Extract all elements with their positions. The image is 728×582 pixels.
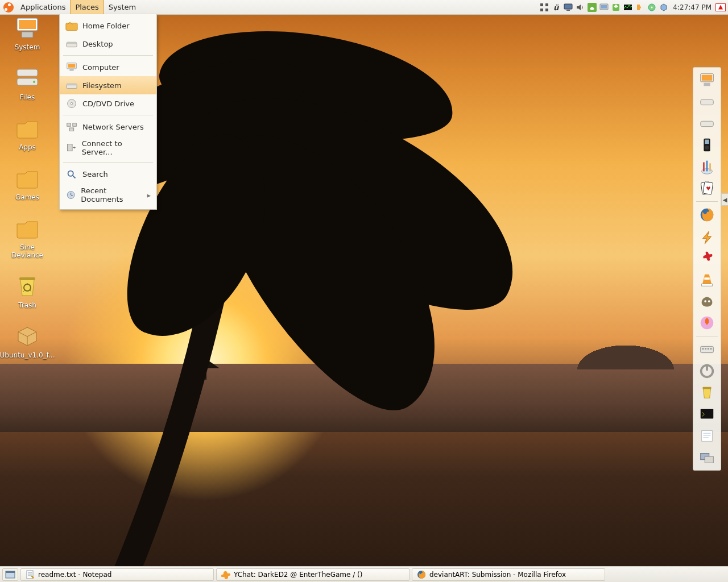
dock-notes[interactable] [696, 426, 718, 446]
svg-rect-36 [19, 277, 35, 280]
svg-rect-32 [22, 32, 33, 38]
dock-keyboard-layout[interactable] [696, 339, 718, 360]
submenu-arrow-icon: ▸ [147, 191, 151, 199]
desktop-icon-files[interactable]: Files [3, 66, 51, 101]
svg-point-13 [651, 6, 653, 8]
dock-firefox[interactable] [696, 205, 718, 225]
desktop-icon-label: Ubuntu_v1.0_f... [0, 351, 55, 359]
svg-rect-64 [701, 409, 714, 419]
dock-window-switch[interactable] [696, 447, 718, 468]
clock[interactable]: 4:27:47 PM [671, 3, 714, 11]
places-item-label: CD/DVD Drive [82, 99, 134, 108]
dock-drive-2[interactable] [696, 113, 718, 134]
folder-icon [14, 116, 41, 141]
dock-brushes[interactable] [696, 156, 718, 177]
firefox-icon [417, 570, 426, 579]
places-item-cddvd[interactable]: CD/DVD Drive [60, 94, 156, 113]
desktop-icon-games[interactable]: Games [3, 166, 51, 201]
cube-icon[interactable] [659, 2, 669, 13]
update-manager-icon[interactable] [611, 2, 621, 13]
svg-rect-0 [540, 3, 543, 6]
desktop-icon-label: Sine Deviance [3, 243, 51, 259]
ychat-icon [221, 570, 230, 579]
taskbar-item-readme[interactable]: readme.txt - Notepad [20, 568, 214, 581]
volume-icon[interactable] [575, 2, 585, 13]
dock-separator [696, 336, 718, 336]
desktop-icon-ubuntu-package[interactable]: Ubuntu_v1.0_f... [3, 324, 51, 359]
places-menu-dropdown: Home Folder Desktop Computer Filesystem … [59, 14, 157, 210]
dock-ipod[interactable] [696, 135, 718, 155]
svg-rect-39 [702, 75, 713, 81]
places-item-connect-to-server[interactable]: Connect to Server... [60, 136, 156, 160]
places-item-filesystem[interactable]: Filesystem [60, 76, 156, 94]
places-item-network-servers[interactable]: Network Servers [60, 118, 156, 136]
menu-system[interactable]: System [104, 0, 140, 14]
display-icon[interactable] [563, 2, 573, 13]
menu-grid-icon[interactable] [539, 2, 549, 13]
places-item-computer[interactable]: Computer [60, 58, 156, 76]
svg-text:♥: ♥ [706, 185, 710, 192]
flag-icon[interactable] [715, 3, 726, 11]
package-icon [14, 324, 41, 349]
taskbar-item-label: YChat: DarkED2 @ EnterTheGame / () [234, 571, 362, 579]
desktop-icon-trash[interactable]: Trash [3, 274, 51, 309]
menu-separator [63, 115, 153, 115]
places-item-label: Recent Documents [81, 186, 142, 203]
dock-splat[interactable] [696, 248, 718, 268]
top-panel: Applications Places System ü 4:27:47 PM [0, 0, 728, 15]
svg-rect-57 [702, 348, 704, 350]
desktop-icon-system[interactable]: System [3, 16, 51, 51]
dock-vlc[interactable] [696, 269, 718, 290]
wifi-icon[interactable] [599, 2, 609, 13]
network-monitor-icon[interactable] [623, 2, 633, 13]
folder-icon [14, 166, 41, 191]
svg-rect-1 [545, 3, 548, 6]
nvidia-icon[interactable] [587, 2, 597, 13]
places-item-search[interactable]: Search [60, 165, 156, 183]
ubuntu-logo-icon[interactable] [3, 2, 14, 13]
desktop-icon-sine-deviance[interactable]: Sine Deviance [3, 216, 51, 259]
svg-rect-52 [702, 284, 713, 286]
svg-rect-40 [704, 83, 710, 86]
show-desktop-button[interactable] [2, 568, 18, 581]
places-item-label: Connect to Server... [82, 139, 151, 156]
dock-trash[interactable] [696, 383, 718, 403]
svg-point-45 [705, 146, 709, 150]
svg-rect-69 [6, 571, 15, 573]
computer-icon [14, 16, 41, 41]
places-item-label: Filesystem [82, 81, 122, 90]
desktop-icon-apps[interactable]: Apps [3, 116, 51, 151]
taskbar-item-ychat[interactable]: YChat: DarkED2 @ EnterTheGame / () [216, 568, 410, 581]
dock-gimp[interactable] [696, 291, 718, 311]
dock-winamp[interactable] [696, 226, 718, 247]
svg-rect-3 [545, 9, 548, 11]
bottom-panel: readme.txt - Notepad YChat: DarkED2 @ En… [0, 566, 728, 582]
places-item-desktop[interactable]: Desktop [60, 35, 156, 53]
dock-collapse-arrow[interactable]: ◀ [721, 193, 728, 206]
keyboard-u-icon[interactable]: ü [551, 2, 561, 13]
disc-icon[interactable] [647, 2, 657, 13]
dock-power[interactable] [696, 361, 718, 381]
menu-applications[interactable]: Applications [16, 0, 70, 14]
dock-terminal[interactable] [696, 404, 718, 425]
dock-separator [696, 201, 718, 202]
trash-icon [14, 274, 41, 299]
places-item-home-folder[interactable]: Home Folder [60, 16, 156, 35]
system-tray: ü 4:27:47 PM [539, 2, 728, 13]
dock-burn[interactable] [696, 313, 718, 333]
menu-places[interactable]: Places [70, 0, 104, 14]
jigsaw-icon[interactable] [635, 2, 645, 13]
menu-separator [63, 162, 153, 163]
svg-rect-58 [705, 348, 706, 350]
dock-computer[interactable] [696, 70, 718, 90]
dock-cards[interactable]: ♥ [696, 178, 718, 198]
places-item-label: Search [82, 170, 108, 178]
places-item-label: Home Folder [82, 22, 130, 30]
places-item-label: Desktop [82, 40, 113, 48]
desktop-icons: System Files Apps Games Sine Deviance Tr… [3, 16, 72, 374]
svg-rect-5 [564, 4, 572, 9]
places-item-recent-documents[interactable]: Recent Documents ▸ [60, 183, 156, 207]
menu-separator [63, 55, 153, 56]
taskbar-item-firefox[interactable]: deviantART: Submission - Mozilla Firefox [412, 568, 605, 581]
dock-drive-1[interactable] [696, 92, 718, 112]
